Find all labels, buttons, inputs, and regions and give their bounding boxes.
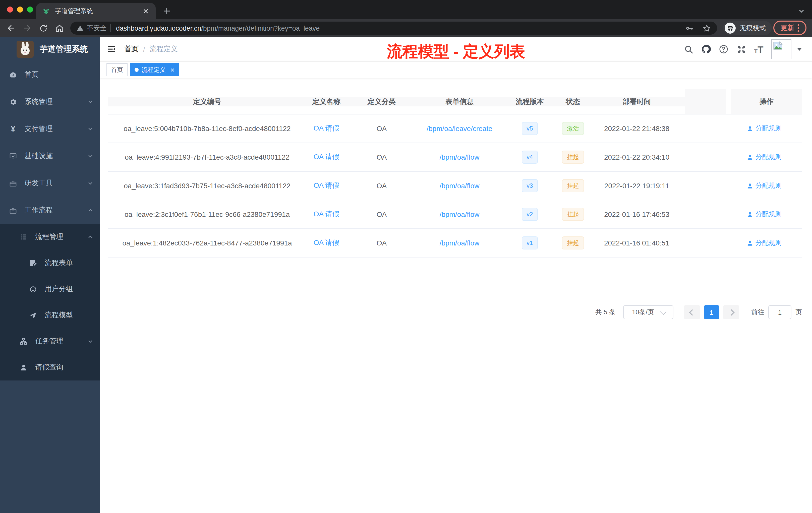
forward-icon[interactable] <box>22 23 32 33</box>
form-info-link[interactable]: /bpm/oa/flow <box>440 153 480 161</box>
status-badge: 挂起 <box>562 151 584 163</box>
tag-label: 流程定义 <box>142 65 166 74</box>
back-icon[interactable] <box>6 23 16 33</box>
tag-label: 首页 <box>111 65 123 74</box>
cell-definition-id: oa_leave:5:004b710b-7b8a-11ec-8ef0-acde4… <box>108 124 306 132</box>
sidebar-item-task-management[interactable]: 任务管理 <box>0 328 100 354</box>
version-badge: v1 <box>522 236 538 249</box>
bookmark-star-icon[interactable] <box>702 24 711 32</box>
pagination-total: 共 5 条 <box>595 308 616 317</box>
sidebar-item-label: 流程管理 <box>35 233 88 241</box>
assign-rule-link[interactable]: 分配规则 <box>755 238 782 247</box>
topbar: 首页 / 流程定义 流程模型 - 定义列表 <box>100 37 812 61</box>
status-badge: 挂起 <box>562 236 584 249</box>
assign-rule-link[interactable]: 分配规则 <box>755 153 782 162</box>
sidebar-item-process-form[interactable]: 流程表单 <box>0 250 100 276</box>
sidebar: 芋道管理系统 首页 系统管理 ¥ 支付管理 <box>0 37 100 513</box>
assign-rule-link[interactable]: 分配规则 <box>755 124 782 133</box>
sidebar-item-dev-tools[interactable]: 研发工具 <box>0 170 100 197</box>
search-icon[interactable] <box>684 44 694 54</box>
breadcrumb-current: 流程定义 <box>150 45 178 54</box>
page-size-select[interactable]: 10条/页 <box>623 305 673 319</box>
table-row: oa_leave:2:3c1f0ef1-76b1-11ec-9c66-a2380… <box>108 200 802 229</box>
tag-close-icon[interactable] <box>169 67 175 73</box>
url-divider <box>111 24 111 32</box>
not-secure-warning-icon <box>76 24 84 32</box>
font-size-icon[interactable]: TT <box>754 44 764 54</box>
sidebar-item-process-management[interactable]: 流程管理 <box>0 224 100 250</box>
tag-home[interactable]: 首页 <box>107 63 127 76</box>
form-info-link[interactable]: /bpm/oa/flow <box>440 210 480 218</box>
main-content: 首页 / 流程定义 流程模型 - 定义列表 <box>100 37 812 513</box>
form-info-link[interactable]: /bpm/oa/flow <box>440 239 480 247</box>
sidebar-item-process-model[interactable]: 流程模型 <box>0 302 100 328</box>
sidebar-item-infrastructure[interactable]: 基础设施 <box>0 143 100 170</box>
not-secure-label[interactable]: 不安全 <box>87 24 107 33</box>
github-icon[interactable] <box>701 44 711 54</box>
tab-close-icon[interactable] <box>142 7 150 15</box>
goto-page-input[interactable] <box>768 305 791 319</box>
avatar[interactable] <box>771 39 791 59</box>
sidebar-fold-icon[interactable] <box>107 45 116 54</box>
page-number-button[interactable]: 1 <box>704 305 719 319</box>
fullscreen-icon[interactable] <box>736 44 746 54</box>
macos-zoom-button[interactable] <box>27 6 33 12</box>
definition-name-link[interactable]: OA 请假 <box>314 181 340 189</box>
column-header: 定义分类 <box>347 97 417 106</box>
tab-search-chevron-icon[interactable] <box>796 6 807 16</box>
goto-label: 前往 <box>751 308 764 317</box>
cell-deploy-time: 2022-01-22 20:34:10 <box>588 153 685 161</box>
dashboard-icon <box>9 71 17 79</box>
workflow-submenu: 流程管理 流程表单 用户分组 <box>0 224 100 381</box>
sidebar-item-home[interactable]: 首页 <box>0 61 100 88</box>
pagination: 共 5 条 10条/页 1 前往 页 <box>108 305 802 319</box>
sidebar-item-payment[interactable]: ¥ 支付管理 <box>0 116 100 143</box>
form-info-link[interactable]: /bpm/oa/flow <box>440 182 480 190</box>
incognito-label: 无痕模式 <box>740 24 766 33</box>
assign-rule-link[interactable]: 分配规则 <box>755 210 782 219</box>
status-badge: 挂起 <box>562 179 584 192</box>
sidebar-logo[interactable]: 芋道管理系统 <box>0 37 100 61</box>
version-badge: v2 <box>522 208 538 221</box>
status-badge: 激活 <box>562 122 584 135</box>
address-bar[interactable]: 不安全 dashboard.yudao.iocoder.cn/bpm/manag… <box>70 22 717 35</box>
password-key-icon[interactable] <box>685 24 694 32</box>
sidebar-item-leave-query[interactable]: 请假查询 <box>0 354 100 381</box>
chevron-right-icon <box>728 309 734 315</box>
next-page-button[interactable] <box>723 305 739 319</box>
new-tab-icon[interactable] <box>161 5 173 17</box>
list-icon <box>20 233 28 241</box>
chevron-down-icon <box>660 308 666 314</box>
macos-close-button[interactable] <box>7 6 13 12</box>
browser-tab[interactable]: 芋道管理系统 <box>36 3 156 19</box>
briefcase-icon <box>9 206 17 214</box>
breadcrumb-home[interactable]: 首页 <box>124 45 139 54</box>
cell-definition-id: oa_leave:2:3c1f0ef1-76b1-11ec-9c66-a2380… <box>108 210 306 218</box>
people-icon <box>29 285 37 293</box>
definition-name-link[interactable]: OA 请假 <box>314 210 340 218</box>
definition-name-link[interactable]: OA 请假 <box>314 238 340 246</box>
tag-process-definition[interactable]: 流程定义 <box>130 63 179 76</box>
sidebar-item-workflow[interactable]: 工作流程 <box>0 197 100 224</box>
home-icon[interactable] <box>54 23 64 33</box>
browser-menu-dots-icon[interactable] <box>797 24 799 32</box>
sidebar-item-user-group[interactable]: 用户分组 <box>0 276 100 302</box>
column-header: 部署时间 <box>588 97 685 106</box>
definition-name-link[interactable]: OA 请假 <box>314 153 340 161</box>
prev-page-button[interactable] <box>684 305 700 319</box>
sidebar-item-label: 用户分组 <box>45 284 93 294</box>
definition-name-link[interactable]: OA 请假 <box>314 124 340 132</box>
assign-rule-link[interactable]: 分配规则 <box>755 181 782 190</box>
avatar-dropdown-caret-icon[interactable] <box>797 48 802 51</box>
form-info-link[interactable]: /bpm/oa/leave/create <box>427 124 492 132</box>
update-button[interactable]: 更新 <box>773 21 807 35</box>
sidebar-item-system[interactable]: 系统管理 <box>0 88 100 116</box>
macos-minimize-button[interactable] <box>17 6 23 12</box>
cell-definition-id: oa_leave:3:1fad3d93-7b75-11ec-a3c8-acde4… <box>108 182 306 190</box>
reload-icon[interactable] <box>38 23 48 33</box>
cell-deploy-time: 2022-01-22 19:19:11 <box>588 182 685 190</box>
chevron-up-icon <box>88 234 93 239</box>
question-icon[interactable] <box>719 44 729 54</box>
cell-category: OA <box>347 153 417 161</box>
user-icon <box>20 363 28 371</box>
